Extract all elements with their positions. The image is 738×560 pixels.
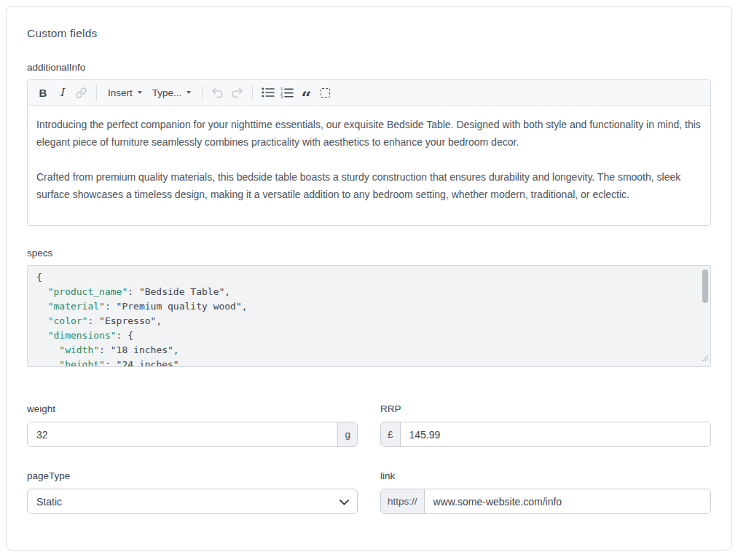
page-type-select[interactable]: Static	[27, 489, 358, 514]
link-button[interactable]	[71, 83, 90, 102]
type-dropdown-label: Type...	[152, 87, 182, 98]
weight-input[interactable]	[28, 422, 337, 446]
scrollbar-thumb[interactable]	[702, 269, 708, 303]
link-input[interactable]	[425, 489, 710, 513]
bullet-list-icon	[262, 87, 275, 98]
rrp-currency-addon: £	[381, 422, 401, 446]
bullet-list-button[interactable]	[259, 83, 278, 102]
specs-code: { "product_name": "Bedside Table", "mate…	[28, 266, 710, 367]
specs-code-editor[interactable]: { "product_name": "Bedside Table", "mate…	[27, 265, 711, 367]
toolbar-divider	[202, 85, 203, 100]
ordered-list-button[interactable]: 123	[278, 83, 297, 102]
insert-dropdown-label: Insert	[108, 87, 133, 98]
embed-button[interactable]	[315, 83, 334, 102]
page-type-select-wrap: Static	[27, 489, 358, 514]
insert-dropdown[interactable]: Insert	[103, 83, 147, 102]
italic-button[interactable]: I	[52, 83, 71, 102]
additional-info-label: additionalInfo	[27, 62, 711, 73]
undo-arrow-icon	[211, 87, 224, 98]
editor-toolbar: B I Insert Type...	[28, 80, 710, 106]
toolbar-divider	[96, 85, 97, 100]
rrp-label: RRP	[380, 403, 711, 414]
rrp-input[interactable]	[401, 422, 710, 446]
weight-input-group: g	[27, 422, 358, 447]
rich-text-editor: B I Insert Type...	[27, 79, 711, 226]
specs-label: specs	[27, 248, 711, 259]
redo-button[interactable]	[227, 83, 246, 102]
link-label: link	[380, 470, 711, 481]
bold-button[interactable]: B	[34, 83, 52, 102]
link-input-group: https://	[380, 489, 711, 514]
weight-label: weight	[27, 403, 358, 414]
link-protocol-addon: https://	[381, 489, 425, 513]
svg-text:3: 3	[280, 94, 283, 98]
embed-block-icon	[321, 88, 330, 98]
toolbar-divider	[252, 85, 253, 100]
rrp-input-group: £	[380, 422, 711, 447]
ordered-list-icon: 123	[280, 87, 294, 98]
page-title: Custom fields	[27, 27, 711, 40]
custom-fields-card: Custom fields additionalInfo B I Insert …	[6, 6, 732, 551]
blockquote-button[interactable]: “	[297, 83, 315, 102]
undo-button[interactable]	[208, 83, 227, 102]
chain-link-icon	[75, 87, 87, 99]
rich-text-content[interactable]: Introducing the perfect companion for yo…	[28, 106, 710, 225]
resize-handle-icon[interactable]	[702, 352, 709, 365]
redo-arrow-icon	[230, 87, 243, 98]
chevron-down-icon	[138, 91, 142, 94]
type-dropdown[interactable]: Type...	[147, 83, 197, 102]
page-type-label: pageType	[27, 470, 358, 481]
weight-unit-addon: g	[337, 422, 357, 446]
chevron-down-icon	[187, 91, 191, 94]
